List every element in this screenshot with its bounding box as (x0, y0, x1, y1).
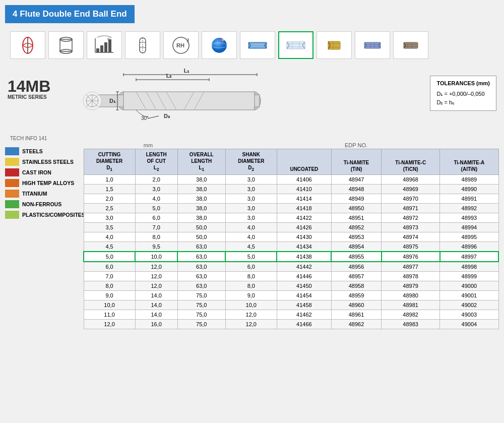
series-sub: METRIC SERIES (8, 94, 50, 100)
table-cell-13-3: 10,0 (225, 300, 277, 310)
table-row: 1,53,038,03,041410489484896948990 (84, 184, 498, 194)
table-cell-12-3: 9,0 (225, 290, 277, 300)
table-cell-0-6: 48968 (382, 174, 440, 184)
table-cell-7-7: 48996 (440, 241, 498, 252)
tool-diagram: L₁ L₂ (58, 66, 300, 133)
bar-chart-icon-cell[interactable]: 8° (87, 31, 122, 59)
table-cell-4-6: 48972 (382, 213, 440, 222)
table-cell-10-5: 48957 (331, 271, 381, 281)
table-cell-14-7: 49003 (440, 310, 498, 319)
table-cell-10-7: 48999 (440, 271, 498, 281)
table-cell-4-5: 48951 (331, 213, 381, 222)
svg-rect-33 (364, 42, 381, 48)
table-cell-14-4: 41462 (277, 310, 331, 319)
rh-icon: RH (170, 35, 192, 55)
double-end-blue-icon-cell[interactable] (240, 31, 275, 59)
table-cell-1-3: 3,0 (225, 184, 277, 194)
table-cell-6-3: 4,0 (225, 232, 277, 241)
table-cell-11-1: 12,0 (135, 281, 177, 290)
table-cell-8-4: 41438 (277, 252, 331, 262)
flute-icon-cell[interactable] (125, 31, 160, 59)
table-cell-12-2: 75,0 (177, 290, 225, 300)
page-container: 4 Flute Double End Ball End (0, 0, 504, 423)
table-cell-7-0: 4,5 (84, 241, 135, 252)
table-cell-7-2: 63,0 (177, 241, 225, 252)
table-cell-10-3: 8,0 (225, 271, 277, 281)
svg-rect-8 (108, 39, 111, 52)
double-coated-icon-cell[interactable] (355, 31, 390, 59)
cast-iron-label: CAST IRON (22, 169, 51, 175)
diagram-svg: L₁ L₂ (58, 66, 300, 131)
th-altin: Ti-NAMITE-A(AlTiN) (440, 149, 498, 175)
table-cell-1-1: 3,0 (135, 184, 177, 194)
cylinder-icon-cell[interactable] (48, 31, 84, 59)
table-row: 1,02,038,03,041406489474896848989 (84, 174, 498, 184)
table-cell-8-3: 5,0 (225, 252, 277, 262)
table-row: 12,016,075,012,041466489624898349004 (84, 319, 498, 329)
table-cell-10-4: 41446 (277, 271, 331, 281)
svg-point-19 (220, 39, 222, 41)
table-cell-12-5: 48959 (331, 290, 381, 300)
table-cell-8-6: 48976 (382, 252, 440, 262)
table-cell-5-1: 7,0 (135, 222, 177, 232)
single-coated-icon (323, 35, 345, 55)
table-cell-2-5: 48949 (331, 194, 381, 203)
table-cell-12-6: 48980 (382, 290, 440, 300)
table-cell-9-7: 48998 (440, 262, 498, 272)
table-cell-2-3: 3,0 (225, 194, 277, 203)
table-cell-10-0: 7,0 (84, 271, 135, 281)
table-cell-15-1: 16,0 (135, 319, 177, 329)
table-cell-0-2: 38,0 (177, 174, 225, 184)
svg-rect-7 (104, 42, 107, 52)
triple-icon-cell[interactable] (393, 31, 428, 59)
table-cell-9-1: 12,0 (135, 262, 177, 272)
table-cell-2-1: 4,0 (135, 194, 177, 203)
table-cell-10-6: 48978 (382, 271, 440, 281)
legend-plastics: PLASTICS/COMPOSITES (5, 211, 83, 219)
table-row: 11,014,075,012,041462489614898249003 (84, 310, 498, 319)
table-cell-10-1: 12,0 (135, 271, 177, 281)
table-cell-7-4: 41434 (277, 241, 331, 252)
table-cell-8-1: 10,0 (135, 252, 177, 262)
table-cell-15-6: 48983 (382, 319, 440, 329)
data-table: CUTTINGDIAMETERD1 LENGTHOF CUTL2 OVERALL… (83, 149, 499, 329)
table-cell-0-4: 41406 (277, 174, 331, 184)
table-cell-1-5: 48948 (331, 184, 381, 194)
table-row: 8,012,063,08,041450489584897949000 (84, 281, 498, 290)
plastics-color (5, 211, 19, 219)
stainless-label: STAINLESS STEELS (22, 159, 74, 165)
table-cell-1-2: 38,0 (177, 184, 225, 194)
legend-stainless: STAINLESS STEELS (5, 158, 83, 166)
table-cell-0-0: 1,0 (84, 174, 135, 184)
titanium-label: TITANIUM (22, 191, 47, 197)
double-coated-icon (361, 35, 384, 55)
helix-icon-cell[interactable] (10, 31, 45, 59)
table-row: 6,012,063,06,041442489564897748998 (84, 262, 498, 272)
table-cell-5-4: 41426 (277, 222, 331, 232)
th-tin: Ti-NAMITE(TiN) (331, 149, 381, 175)
th-uncoated: UNCOATED (277, 149, 331, 175)
table-cell-14-0: 11,0 (84, 310, 135, 319)
ball-icon-cell[interactable]: POS (202, 31, 237, 59)
table-cell-5-2: 50,0 (177, 222, 225, 232)
table-row: 7,012,063,08,041446489574897848999 (84, 271, 498, 281)
table-cell-8-5: 48955 (331, 252, 381, 262)
table-cell-3-2: 38,0 (177, 203, 225, 213)
table-cell-12-7: 49001 (440, 290, 498, 300)
bar-chart-icon: 8° (93, 35, 115, 55)
table-cell-6-6: 48974 (382, 232, 440, 241)
rh-icon-cell[interactable]: RH (163, 31, 199, 59)
double-end-plain-icon-cell[interactable] (278, 31, 313, 59)
tolerances-title: TOLERANCES (mm) (436, 79, 490, 88)
table-cell-7-3: 4,5 (225, 241, 277, 252)
double-end-blue-icon (246, 35, 269, 55)
table-cell-12-0: 9,0 (84, 290, 135, 300)
single-coated-icon-cell[interactable] (317, 31, 352, 59)
table-cell-5-0: 3,5 (84, 222, 135, 232)
table-cell-15-2: 75,0 (177, 319, 225, 329)
svg-text:D₂: D₂ (164, 113, 170, 119)
flute-icon (132, 35, 154, 55)
plastics-label: PLASTICS/COMPOSITES (22, 212, 85, 218)
table-cell-11-7: 49000 (440, 281, 498, 290)
legend-non-ferrous: NON-FERROUS (5, 200, 83, 208)
